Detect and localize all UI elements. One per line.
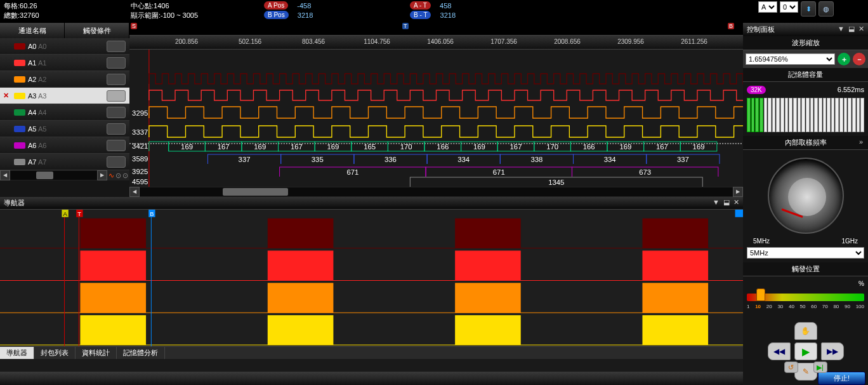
trigger-slider-thumb[interactable] (756, 288, 765, 301)
channel-row-A2[interactable]: A2 A2 (0, 71, 129, 88)
channel-trigger-button[interactable] (107, 123, 126, 135)
bt-val: 3218 (440, 11, 456, 19)
channel-row-A0[interactable]: A0 A0 (0, 38, 129, 55)
channel-color-swatch[interactable] (14, 159, 25, 165)
svg-text:3589: 3589 (132, 155, 148, 163)
nav-tab-3[interactable]: 記憶體分析 (117, 347, 165, 359)
channel-row-A6[interactable]: A6 A6 (0, 137, 129, 154)
waveform-area[interactable]: S T B ▼ 200.856502.156803.4561104.756140… (129, 23, 743, 197)
channel-color-swatch[interactable] (14, 126, 25, 132)
navigator-canvas[interactable]: ATB (0, 210, 743, 346)
rp-pin-icon[interactable]: ⬓ (848, 25, 855, 34)
channel-name-hdr: 通道名稱 (0, 23, 65, 38)
svg-text:B: B (150, 211, 154, 217)
channel-color-swatch[interactable] (14, 93, 25, 99)
nav-reset-button[interactable]: ↺ (784, 361, 798, 373)
svg-rect-65 (642, 219, 708, 248)
wave-mode-icon-2[interactable]: ⊙ (115, 172, 121, 180)
total-val: 32760 (20, 11, 39, 19)
panel-pin-icon[interactable]: ⬓ (723, 198, 730, 208)
nav-play-button[interactable]: ▶ (794, 342, 817, 360)
svg-rect-55 (80, 283, 146, 313)
marker-b[interactable]: B (728, 23, 734, 29)
channel-row-A7[interactable]: A7 A7 (0, 154, 129, 170)
scroll-thumb-h[interactable] (36, 172, 53, 179)
nav-tab-1[interactable]: 封包列表 (34, 347, 76, 359)
svg-text:338: 338 (530, 156, 542, 163)
scroll-left-icon[interactable]: ◀ (0, 170, 10, 180)
freq-expand-icon[interactable]: » (859, 138, 863, 147)
channel-trigger-button[interactable] (107, 140, 126, 151)
panel-close-icon[interactable]: ✕ (733, 198, 739, 208)
freq-select[interactable]: 5MHz (747, 247, 864, 259)
svg-rect-61 (455, 219, 521, 248)
top-select-a[interactable]: A (758, 1, 777, 13)
zoom-select[interactable]: 1.6594756% (746, 53, 835, 65)
svg-text:337: 337 (239, 156, 251, 163)
zoom-out-icon[interactable]: － (853, 53, 865, 65)
channel-trig-hdr: 觸發條件 (65, 23, 129, 38)
svg-text:3295: 3295 (132, 109, 148, 117)
svg-rect-68 (642, 315, 708, 345)
rp-dropdown-icon[interactable]: ▼ (838, 25, 845, 34)
wave-scroll-right-icon[interactable]: ▶ (733, 187, 743, 197)
marker-icon-1[interactable]: ⬍ (801, 1, 816, 17)
nav-prev-button[interactable]: ◀◀ (768, 342, 791, 360)
wave-mode-icon-3[interactable]: ⊙ (122, 172, 128, 180)
svg-text:1345: 1345 (548, 179, 564, 186)
channel-trigger-button[interactable] (107, 107, 126, 118)
frequency-dial[interactable] (768, 158, 844, 234)
per-div-label: 每格: (4, 2, 20, 10)
svg-rect-64 (455, 315, 521, 345)
scroll-right-icon[interactable]: ▶ (97, 170, 107, 180)
svg-rect-60 (268, 315, 334, 345)
nav-tab-2[interactable]: 資料統計 (76, 347, 117, 359)
channel-color-swatch[interactable] (14, 76, 25, 83)
at-badge: A - T (410, 1, 431, 10)
control-panel: 控制面板 ▼ ⬓ ✕ 波形縮放 1.6594756% ＋ － 記憶體容量 32K… (743, 23, 868, 372)
channel-trigger-button[interactable] (107, 90, 126, 102)
channel-trigger-button[interactable] (107, 156, 126, 168)
memory-time: 6.552ms (838, 86, 864, 94)
svg-text:335: 335 (312, 156, 324, 163)
trigger-position-slider[interactable] (747, 294, 864, 301)
svg-text:334: 334 (457, 156, 470, 163)
svg-text:169: 169 (254, 143, 266, 151)
wave-scroll-thumb[interactable] (223, 188, 288, 196)
channel-color-swatch[interactable] (14, 60, 25, 66)
wave-mode-icon-1[interactable]: ∿ (109, 172, 114, 180)
rp-close-icon[interactable]: ✕ (858, 25, 864, 34)
channel-delete-icon[interactable]: ✕ (0, 91, 11, 100)
channel-row-A5[interactable]: A5 A5 (0, 121, 129, 137)
center-val: 1406 (154, 2, 169, 10)
zoom-in-icon[interactable]: ＋ (838, 53, 850, 65)
channel-trigger-button[interactable] (107, 74, 126, 85)
channel-color-swatch[interactable] (14, 109, 25, 116)
channel-row-A4[interactable]: A4 A4 (0, 104, 129, 121)
marker-s[interactable]: S (131, 23, 137, 29)
nav-step-button[interactable]: ▶| (813, 361, 827, 373)
svg-text:169: 169 (327, 143, 339, 151)
marker-icon-2[interactable]: ◍ (819, 1, 834, 17)
navigation-dial: ✋ ◀◀ ▶ ▶▶ ✎ ↺ ▶| (761, 313, 850, 385)
wave-scroll-left-icon[interactable]: ◀ (129, 187, 140, 197)
svg-rect-59 (268, 283, 334, 313)
channel-color-swatch[interactable] (14, 142, 25, 149)
channel-row-A1[interactable]: A1 A1 (0, 55, 129, 71)
bpos-val[interactable]: 3218 (298, 11, 313, 19)
total-label: 總數: (4, 11, 20, 19)
nav-next-button[interactable]: ▶▶ (821, 342, 844, 360)
top-select-0[interactable]: 0 (780, 1, 798, 13)
channel-trigger-button[interactable] (107, 57, 126, 69)
channel-trigger-button[interactable] (107, 41, 126, 52)
nav-up-button[interactable]: ✋ (794, 322, 817, 340)
channel-row-A3[interactable]: ✕A3 A3 (0, 88, 129, 104)
panel-dropdown-icon[interactable]: ▼ (713, 198, 720, 208)
memory-bar[interactable] (747, 98, 864, 132)
apos-val[interactable]: -458 (297, 2, 311, 10)
channel-color-swatch[interactable] (14, 43, 25, 50)
marker-t[interactable]: T (402, 23, 409, 29)
navigator-title: 導航器 (4, 198, 25, 208)
svg-text:170: 170 (400, 143, 412, 151)
nav-tab-0[interactable]: 導航器 (0, 347, 34, 359)
